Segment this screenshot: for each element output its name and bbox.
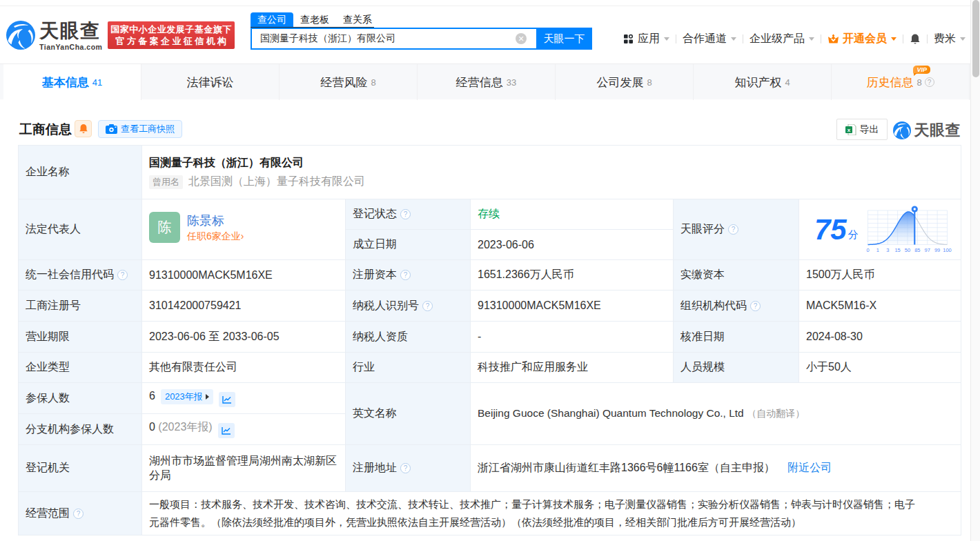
field-label-content: 分支机构参保人数 — [26, 422, 135, 437]
field-label: 营业期限 — [19, 322, 142, 353]
clear-search-icon[interactable]: ✕ — [516, 33, 527, 44]
tab-label: 基本信息 — [42, 75, 89, 90]
annual-report-badge[interactable]: 2023年报 — [161, 389, 213, 404]
tab-history[interactable]: VIP 历史信息 8 ? — [832, 64, 970, 100]
field-label-content: 登记机关 — [26, 461, 135, 475]
legal-rep-link[interactable]: 陈景标 — [187, 213, 244, 229]
table-row: 登记机关 湖州市市场监督管理局湖州南太湖新区分局 注册地址? 浙江省湖州市康山街… — [19, 445, 961, 492]
tab-risk[interactable]: 经营风险 8 — [280, 64, 418, 100]
help-icon[interactable]: ? — [750, 301, 761, 311]
field-label: 统一社会信用代码? — [19, 260, 142, 291]
brand-text[interactable]: 天眼查 TianYanCha.com — [39, 21, 102, 51]
help-icon[interactable]: ? — [400, 463, 411, 473]
nav-coop[interactable]: 合作通道 — [683, 32, 736, 46]
watermark-text: 天眼查 — [914, 120, 961, 141]
caret-down-icon — [891, 37, 896, 41]
camera-icon — [106, 124, 117, 134]
tianyancha-page: 天眼查 TianYanCha.com 国家中小企业发展子基金旗下 官方备案企业征… — [0, 0, 980, 541]
score-cell[interactable]: 75 分 0131550859799100 — [799, 199, 961, 260]
tab-basic-info[interactable]: 基本信息 41 — [3, 64, 141, 100]
export-button[interactable]: x 导出 — [836, 119, 888, 140]
search-button[interactable]: 天眼一下 — [536, 28, 592, 50]
avatar[interactable]: 陈 — [149, 212, 180, 243]
field-value: 1500万人民币 — [799, 260, 961, 291]
svg-text:99: 99 — [934, 247, 940, 253]
field-label: 经营范围? — [19, 492, 142, 535]
branch-insured-note: (2023年报) — [158, 421, 212, 433]
trend-chart-icon[interactable] — [218, 423, 235, 438]
field-label-content: 注册资本? — [353, 268, 463, 282]
field-value: MACK5M16-X — [799, 291, 961, 322]
annual-report-label: 2023年报 — [165, 391, 203, 403]
nav-vip-label: 开通会员 — [843, 32, 887, 46]
tab-legal[interactable]: 法律诉讼 — [141, 64, 280, 100]
brand-domain: TianYanCha.com — [39, 43, 102, 51]
help-icon[interactable]: ? — [728, 224, 738, 235]
scrollbar-thumb[interactable] — [972, 0, 979, 77]
search-tab-relation[interactable]: 查关系 — [336, 12, 379, 27]
legal-rep-companies-link[interactable]: 任职6家企业› — [187, 229, 244, 243]
field-label: 成立日期 — [346, 230, 471, 260]
label-text: 参保人数 — [26, 391, 70, 406]
field-label-content: 统一社会信用代码? — [26, 268, 135, 282]
help-icon[interactable]: ? — [400, 270, 411, 280]
field-label-content: 法定代表人 — [26, 222, 135, 237]
nav-enterprise[interactable]: 企业级产品 — [749, 32, 814, 46]
business-info-table: 企业名称 国测量子科技（浙江）有限公司 曾用名 北景国测（上海）量子科技有限公司… — [18, 145, 961, 535]
trend-chart-icon[interactable] — [219, 392, 235, 407]
search-input[interactable] — [251, 28, 536, 50]
search-tabs: 查公司 查老板 查关系 — [251, 13, 374, 28]
field-value: 其他有限责任公司 — [142, 353, 346, 383]
field-label: 参保人数 — [19, 383, 142, 414]
field-label-content: 组织机构代码? — [680, 299, 792, 313]
caret-right-icon — [206, 394, 209, 400]
score-value: 75 — [814, 215, 847, 245]
search-tab-company[interactable]: 查公司 — [251, 12, 293, 27]
field-value: 科技推广和应用服务业 — [471, 353, 674, 383]
nav-coop-label: 合作通道 — [683, 32, 727, 46]
field-label-content: 人员规模 — [680, 360, 792, 375]
nav-apps-label: 应用 — [638, 32, 660, 46]
help-icon[interactable]: ? — [117, 270, 128, 280]
help-icon[interactable]: ? — [73, 509, 84, 519]
vip-badge: VIP — [913, 66, 930, 74]
field-label: 英文名称 — [346, 383, 471, 445]
tab-label: 历史信息 — [866, 75, 913, 90]
tab-label: 经营风险 — [320, 75, 367, 90]
help-icon[interactable]: ? — [422, 301, 433, 311]
field-label-content: 行业 — [353, 360, 463, 375]
help-icon[interactable]: ? — [400, 209, 411, 219]
label-text: 营业期限 — [26, 330, 70, 344]
table-row: 法定代表人 陈 陈景标 任职6家企业› 登记状态? 存续 天眼评分? 75 分 — [19, 199, 961, 230]
label-text: 成立日期 — [353, 237, 397, 252]
field-label: 人员规模 — [674, 353, 799, 383]
field-label: 工商注册号 — [19, 291, 142, 322]
snapshot-button[interactable]: 查看工商快照 — [98, 120, 182, 138]
field-label-content: 核准日期 — [680, 330, 792, 344]
tianyancha-logo-icon[interactable] — [6, 21, 35, 50]
nav-notifications[interactable] — [910, 33, 921, 45]
nearby-companies-link[interactable]: 附近公司 — [787, 462, 832, 473]
field-label-content: 经营范围? — [26, 506, 135, 521]
nav-user[interactable]: 费米 — [934, 32, 966, 46]
label-text: 纳税人识别号 — [353, 299, 419, 313]
english-name-cell: Beijing Guoce (Shanghai) Quantum Technol… — [471, 383, 961, 445]
nav-apps[interactable]: 应用 — [623, 32, 669, 46]
tab-development[interactable]: 公司发展 8 — [556, 64, 694, 100]
table-row: 营业期限 2023-06-06 至 2033-06-05 纳税人资质 - 核准日… — [19, 322, 961, 353]
help-icon[interactable]: ? — [925, 77, 934, 87]
label-text: 天眼评分 — [680, 222, 725, 237]
tab-label: 法律诉讼 — [187, 75, 234, 90]
auto-translate-note: （自动翻译） — [747, 408, 805, 419]
field-value: 2024-08-30 — [799, 322, 961, 353]
tab-operation[interactable]: 经营信息 33 — [418, 64, 556, 100]
tianyancha-logo-icon — [893, 121, 911, 139]
field-label: 法定代表人 — [19, 199, 142, 260]
tab-ip[interactable]: 知识产权 4 — [694, 64, 832, 100]
nav-vip[interactable]: 开通会员 — [827, 32, 896, 46]
subscribe-bell-chip[interactable] — [75, 120, 92, 137]
scrollbar-track[interactable] — [970, 0, 980, 541]
field-label: 分支机构参保人数 — [19, 414, 142, 445]
svg-text:15: 15 — [894, 247, 900, 253]
search-tab-boss[interactable]: 查老板 — [293, 12, 336, 27]
